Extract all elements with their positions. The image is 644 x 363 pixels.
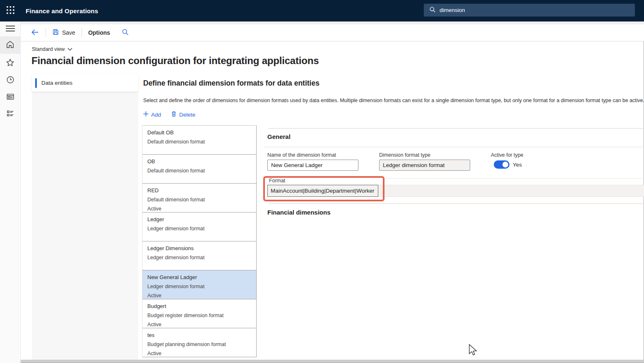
list-item-status: Active [147, 322, 256, 327]
mouse-cursor [469, 344, 478, 358]
list-item[interactable]: RED Default dimension format Active [142, 184, 256, 213]
toolbar-divider [82, 28, 82, 37]
options-menu-button[interactable]: Options [86, 29, 113, 36]
options-menu-label: Options [88, 29, 110, 36]
format-field-label: Format [269, 178, 285, 184]
list-item[interactable]: tes Budget planning dimension format Act… [142, 328, 256, 357]
back-arrow-icon [31, 29, 39, 37]
rail-workspaces-button[interactable] [0, 91, 20, 104]
list-item[interactable]: Ledger Ledger dimension format [142, 213, 256, 241]
section-divider [264, 147, 644, 147]
list-item-name: Default OB [147, 129, 256, 136]
list-item-selected[interactable]: New General Ladger Ledger dimension form… [142, 270, 256, 299]
list-item-type: Default dimension format [147, 139, 256, 145]
add-button[interactable]: Add [143, 111, 161, 118]
list-item-status: Active [147, 351, 256, 356]
list-item-status: Active [147, 206, 256, 212]
view-selector-label: Standard view [32, 46, 65, 52]
global-search-input[interactable]: dimension [424, 4, 635, 17]
list-item[interactable]: Ledger Dimensions Ledger dimension forma… [142, 241, 256, 270]
navigation-rail [0, 21, 21, 363]
home-icon [5, 40, 15, 51]
hamburger-icon [6, 25, 15, 33]
search-icon [429, 6, 436, 14]
hamburger-menu-button[interactable] [0, 24, 20, 35]
list-item-type: Default dimension format [147, 197, 256, 203]
star-icon [5, 58, 15, 69]
active-for-type-toggle[interactable] [494, 160, 509, 169]
clock-icon [6, 75, 15, 86]
list-item[interactable]: Budgert Budget register dimension format… [142, 299, 256, 328]
list-item[interactable]: Default OB Default dimension format [142, 126, 256, 155]
rail-modules-button[interactable] [0, 108, 20, 121]
tab-data-entities-label: Data entities [41, 80, 72, 86]
delete-button[interactable]: Delete [171, 111, 195, 118]
toggle-knob [502, 162, 508, 167]
active-toggle-value: Yes [513, 162, 522, 168]
list-item-type: Budget planning dimension format [147, 342, 256, 347]
app-launcher-button[interactable] [0, 0, 21, 21]
list-item[interactable]: OB Default dimension format [142, 155, 256, 184]
horizontal-scrollbar[interactable] [21, 360, 644, 363]
tab-data-entities[interactable]: Data entities [32, 74, 138, 92]
add-button-label: Add [151, 112, 161, 118]
list-item-name: RED [147, 187, 256, 193]
search-icon [122, 29, 129, 37]
toolbar-background-band [21, 21, 644, 24]
app-title: Finance and Operations [26, 7, 98, 14]
global-search-value: dimension [440, 7, 465, 13]
list-item-type: Default dimension format [147, 168, 256, 174]
active-field-label: Active for type [491, 152, 524, 158]
list-item-name: OB [147, 158, 256, 165]
rail-home-button[interactable] [0, 36, 20, 54]
section-heading: Define financial dimension formats for d… [143, 79, 320, 88]
app-window: Finance and Operations dimension [0, 0, 644, 363]
list-item-type: Ledger dimension format [147, 284, 256, 289]
news-icon [6, 92, 15, 103]
modules-icon [6, 109, 15, 120]
list-item-type: Budget register dimension format [147, 313, 256, 318]
section-divider [268, 203, 644, 204]
general-section-title: General [267, 133, 291, 140]
selected-tab-indicator [35, 78, 37, 88]
row-divider [384, 178, 644, 179]
save-button-label: Save [62, 29, 75, 36]
page-title: Financial dimension configuration for in… [31, 55, 319, 67]
section-description: Select and define the order of dimension… [143, 98, 644, 103]
vertical-tab-panel: Data entities [32, 74, 138, 360]
list-action-bar: Add Delete [143, 111, 195, 118]
rail-recent-button[interactable] [0, 74, 20, 87]
dimension-format-list: Default OB Default dimension format OB D… [142, 125, 257, 357]
list-item-name: Ledger Dimensions [147, 245, 256, 251]
delete-button-label: Delete [179, 112, 195, 118]
list-item-type: Ledger dimension format [147, 226, 256, 232]
action-toolbar: Save Options [21, 24, 644, 41]
financial-dimensions-section-title: Financial dimensions [267, 209, 331, 216]
toolbar-search-button[interactable] [119, 29, 131, 37]
add-icon [143, 111, 149, 118]
type-field-label: Dimension format type [379, 152, 430, 158]
list-item-name: New General Ladger [147, 274, 256, 280]
save-button[interactable]: Save [50, 29, 78, 37]
name-field-label: Name of the dimension format [267, 152, 336, 158]
rail-favorites-button[interactable] [0, 57, 20, 69]
section-divider [268, 128, 644, 129]
app-launcher-icon [7, 6, 14, 16]
list-item-name: tes [147, 332, 256, 338]
name-input[interactable]: New General Ladger [267, 160, 358, 171]
list-item-name: Ledger [147, 216, 256, 222]
list-item-name: Budgert [147, 303, 256, 309]
top-navigation-bar: Finance and Operations dimension [0, 0, 644, 21]
back-button[interactable] [28, 29, 42, 37]
format-input[interactable]: MainAccount|Building|Department|Worker [267, 185, 378, 197]
save-icon [52, 29, 59, 37]
delete-icon [171, 111, 177, 118]
type-input[interactable]: Ledger dimension format [379, 160, 470, 171]
view-selector[interactable]: Standard view [32, 46, 72, 52]
list-item-status: Active [147, 293, 256, 299]
toolbar-divider [46, 28, 46, 37]
chevron-down-icon [67, 46, 72, 52]
list-item-type: Ledger dimension format [147, 255, 256, 260]
